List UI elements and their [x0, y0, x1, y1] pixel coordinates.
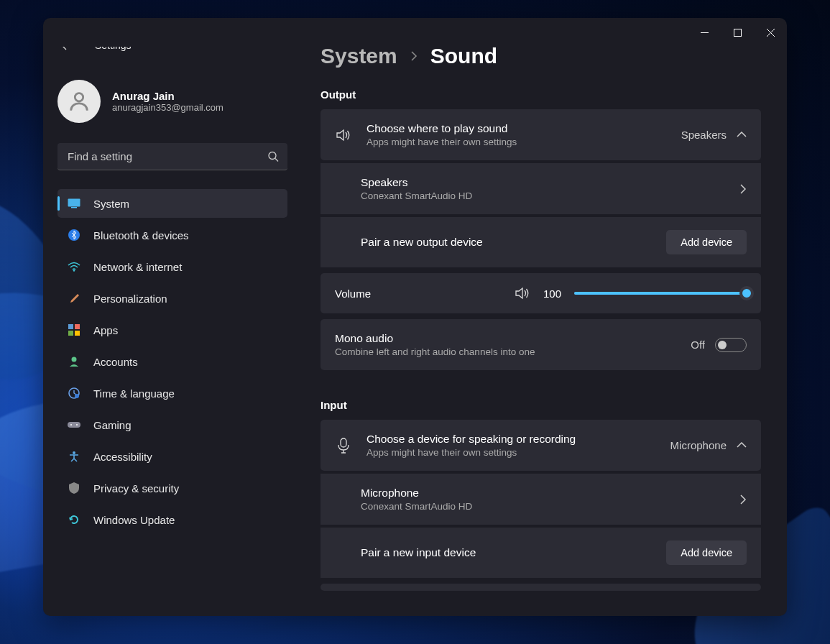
- sidebar-item-network[interactable]: Network & internet: [57, 252, 287, 281]
- accessibility-icon: [68, 450, 80, 463]
- svg-point-14: [75, 394, 79, 398]
- sidebar-item-label: System: [93, 198, 129, 210]
- back-arrow-icon: [61, 47, 74, 50]
- close-button[interactable]: [754, 18, 787, 47]
- pair-label: Pair a new input device: [361, 546, 652, 559]
- minimize-icon: [701, 32, 709, 33]
- mono-state: Off: [691, 339, 705, 351]
- card-title: Choose a device for speaking or recordin…: [366, 433, 656, 446]
- sidebar-item-label: Privacy & security: [93, 482, 179, 494]
- profile-block[interactable]: Anurag Jain anuragjain353@gmail.com: [57, 80, 287, 123]
- output-device-row[interactable]: Speakers Conexant SmartAudio HD: [321, 163, 761, 214]
- settings-window: Settings Anurag Jain anuragjain353@gmail…: [43, 18, 787, 616]
- mono-toggle[interactable]: [715, 338, 747, 352]
- maximize-button[interactable]: [721, 18, 754, 47]
- device-name: Speakers: [361, 176, 726, 189]
- speaker-icon: [335, 128, 352, 142]
- chevron-right-icon: [410, 50, 418, 62]
- volume-icon[interactable]: [515, 286, 530, 300]
- sidebar-item-apps[interactable]: Apps: [57, 316, 287, 344]
- shield-icon: [68, 482, 80, 494]
- app-title: Settings: [95, 47, 132, 51]
- card-title: Choose where to play sound: [366, 122, 667, 135]
- main-content: System Sound Output Choose where to play…: [302, 47, 787, 616]
- svg-rect-1: [734, 29, 741, 36]
- apps-icon: [68, 323, 80, 336]
- breadcrumb-current: Sound: [430, 47, 497, 68]
- svg-rect-19: [341, 438, 346, 447]
- profile-name: Anurag Jain: [112, 90, 223, 102]
- volume-row: Volume 100: [321, 273, 761, 313]
- card-subtitle: Apps might have their own settings: [366, 447, 656, 458]
- svg-rect-4: [68, 199, 80, 207]
- sidebar-item-windows-update[interactable]: Windows Update: [57, 505, 287, 534]
- add-input-device-button[interactable]: Add device: [666, 540, 747, 565]
- mono-title: Mono audio: [335, 332, 676, 345]
- system-icon: [68, 197, 80, 210]
- sidebar-item-label: Personalization: [93, 293, 167, 305]
- sidebar-item-time-language[interactable]: Time & language: [57, 379, 287, 408]
- search-input[interactable]: [57, 143, 287, 170]
- sidebar-item-accessibility[interactable]: Accessibility: [57, 442, 287, 471]
- sidebar-item-label: Bluetooth & devices: [93, 229, 189, 242]
- svg-point-3: [269, 152, 276, 160]
- sidebar: Settings Anurag Jain anuragjain353@gmail…: [43, 47, 302, 616]
- sidebar-item-label: Network & internet: [93, 261, 182, 273]
- sidebar-item-accounts[interactable]: Accounts: [57, 347, 287, 376]
- svg-point-17: [76, 424, 78, 426]
- svg-rect-0: [701, 32, 709, 33]
- input-pair-row: Pair a new input device Add device: [321, 528, 761, 578]
- breadcrumb-parent[interactable]: System: [321, 47, 397, 68]
- output-heading: Output: [321, 88, 761, 101]
- sidebar-item-label: Windows Update: [93, 514, 175, 526]
- device-name: Microphone: [361, 487, 726, 500]
- chevron-right-icon[interactable]: [740, 494, 747, 505]
- card-subtitle: Apps might have their own settings: [366, 137, 667, 147]
- svg-rect-5: [71, 207, 77, 208]
- svg-rect-11: [75, 331, 80, 336]
- pair-label: Pair a new output device: [361, 236, 652, 249]
- person-icon: [67, 89, 91, 114]
- svg-rect-10: [68, 331, 73, 336]
- sidebar-item-system[interactable]: System: [57, 189, 287, 218]
- input-device-row[interactable]: Microphone Conexant SmartAudio HD: [321, 474, 761, 525]
- input-selected-value: Microphone: [670, 439, 727, 451]
- account-icon: [68, 355, 80, 368]
- sidebar-item-privacy[interactable]: Privacy & security: [57, 474, 287, 502]
- svg-rect-9: [75, 324, 80, 329]
- sidebar-item-bluetooth[interactable]: Bluetooth & devices: [57, 221, 287, 249]
- clock-icon: [68, 387, 80, 400]
- mono-audio-row: Mono audio Combine left and right audio …: [321, 319, 761, 370]
- volume-slider[interactable]: [574, 292, 747, 295]
- output-pair-row: Pair a new output device Add device: [321, 217, 761, 267]
- svg-point-18: [73, 451, 75, 454]
- nav-list: System Bluetooth & devices Network & int…: [57, 189, 287, 534]
- sidebar-item-personalization[interactable]: Personalization: [57, 284, 287, 313]
- sidebar-item-gaming[interactable]: Gaming: [57, 410, 287, 439]
- svg-point-2: [75, 93, 83, 101]
- output-selected-value: Speakers: [681, 129, 727, 141]
- close-icon: [767, 29, 775, 37]
- search-box: [57, 143, 287, 170]
- chevron-right-icon[interactable]: [740, 184, 747, 194]
- volume-value: 100: [543, 288, 561, 300]
- svg-rect-15: [68, 422, 80, 428]
- output-choose-row[interactable]: Choose where to play sound Apps might ha…: [321, 109, 761, 160]
- profile-email: anuragjain353@gmail.com: [112, 102, 223, 113]
- input-heading: Input: [321, 399, 761, 411]
- back-button[interactable]: [57, 47, 78, 55]
- gamepad-icon: [68, 418, 80, 431]
- add-output-device-button[interactable]: Add device: [666, 230, 747, 254]
- microphone-icon: [335, 438, 352, 454]
- svg-point-12: [72, 357, 77, 362]
- minimize-button[interactable]: [688, 18, 721, 47]
- update-icon: [68, 513, 80, 526]
- svg-point-16: [70, 424, 72, 426]
- chevron-up-icon[interactable]: [737, 132, 747, 138]
- titlebar: [43, 18, 787, 47]
- breadcrumb: System Sound: [321, 47, 761, 68]
- slider-thumb[interactable]: [739, 286, 754, 300]
- input-choose-row[interactable]: Choose a device for speaking or recordin…: [321, 420, 761, 471]
- chevron-up-icon[interactable]: [737, 442, 747, 448]
- brush-icon: [68, 292, 80, 305]
